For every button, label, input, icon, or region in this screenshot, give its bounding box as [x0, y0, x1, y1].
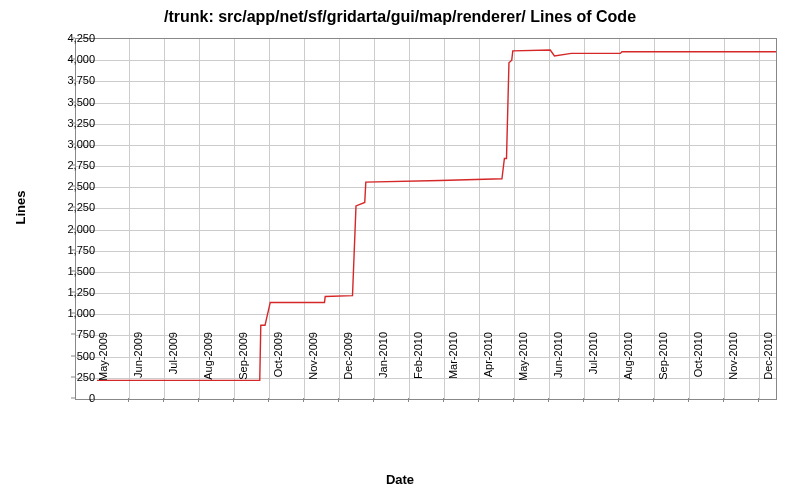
x-tick-label: Sep-2009 — [237, 332, 249, 402]
y-tick-label: 1,750 — [45, 244, 95, 256]
y-tick-label: 750 — [45, 328, 95, 340]
x-tick-label: Mar-2010 — [447, 332, 459, 402]
line-series — [76, 39, 776, 399]
x-tick-label: Feb-2010 — [412, 332, 424, 402]
x-tick-label: Nov-2009 — [307, 332, 319, 402]
x-tick-label: Jul-2010 — [587, 332, 599, 402]
y-tick-label: 2,000 — [45, 223, 95, 235]
chart: /trunk: src/app/net/sf/gridarta/gui/map/… — [0, 0, 800, 500]
y-tick-label: 500 — [45, 350, 95, 362]
chart-title: /trunk: src/app/net/sf/gridarta/gui/map/… — [0, 8, 800, 26]
x-tick-label: Aug-2009 — [202, 332, 214, 402]
y-tick-label: 250 — [45, 371, 95, 383]
x-tick-label: May-2009 — [97, 332, 109, 402]
x-axis-label: Date — [0, 472, 800, 487]
y-tick-label: 3,500 — [45, 96, 95, 108]
y-tick-label: 3,250 — [45, 117, 95, 129]
x-tick-label: Nov-2010 — [727, 332, 739, 402]
x-tick-label: Apr-2010 — [482, 332, 494, 402]
y-axis-label: Lines — [13, 191, 28, 225]
y-tick-label: 4,000 — [45, 53, 95, 65]
x-tick-label: Jan-2010 — [377, 332, 389, 402]
x-tick-label: Jun-2010 — [552, 332, 564, 402]
x-tick-label: Dec-2009 — [342, 332, 354, 402]
x-tick-label: Aug-2010 — [622, 332, 634, 402]
x-tick-label: May-2010 — [517, 332, 529, 402]
y-tick-label: 3,750 — [45, 74, 95, 86]
x-tick-label: Dec-2010 — [762, 332, 774, 402]
x-tick-label: Jul-2009 — [167, 332, 179, 402]
x-tick-label: Sep-2010 — [657, 332, 669, 402]
x-tick-label: Oct-2009 — [272, 332, 284, 402]
y-tick-label: 2,750 — [45, 159, 95, 171]
y-tick-label: 2,250 — [45, 201, 95, 213]
plot-area — [75, 38, 777, 400]
x-tick-label: Oct-2010 — [692, 332, 704, 402]
y-tick-label: 3,000 — [45, 138, 95, 150]
y-tick-label: 1,500 — [45, 265, 95, 277]
y-tick-label: 1,250 — [45, 286, 95, 298]
y-tick-label: 2,500 — [45, 180, 95, 192]
y-tick-label: 0 — [45, 392, 95, 404]
y-tick-label: 4,250 — [45, 32, 95, 44]
x-tick-label: Jun-2009 — [132, 332, 144, 402]
data-line — [97, 50, 776, 380]
y-tick-label: 1,000 — [45, 307, 95, 319]
